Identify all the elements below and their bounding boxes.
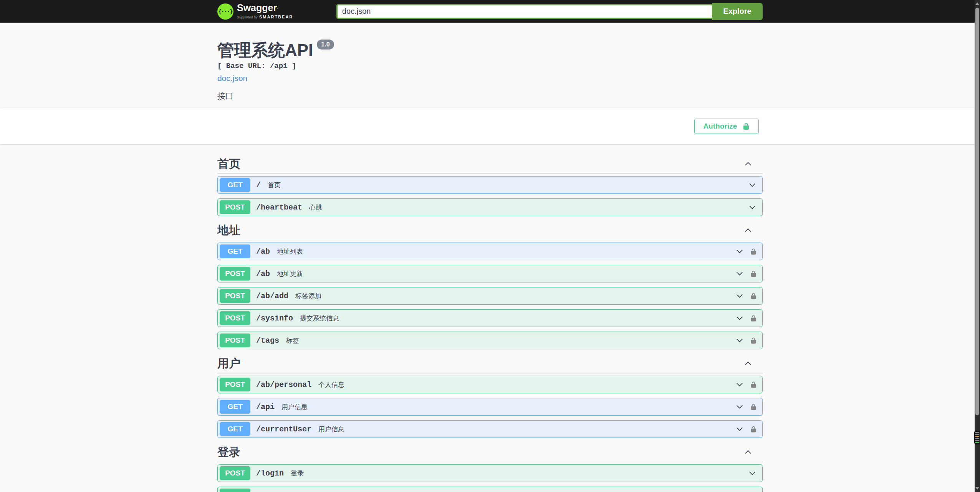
scroll-down-arrow-icon[interactable] — [975, 487, 979, 490]
padlock-button[interactable] — [750, 403, 757, 411]
endpoint-description: 首页 — [268, 181, 281, 190]
logo-smartbear-label: SMARTBEAR — [259, 15, 293, 19]
expand-operation-button[interactable] — [735, 336, 744, 345]
expand-operation-button[interactable] — [748, 469, 757, 478]
endpoint-row[interactable]: POST /login/outLogin 退出登录 — [217, 487, 763, 492]
method-badge: GET — [220, 422, 250, 436]
api-title: 管理系统API1.0 — [217, 41, 763, 59]
endpoint-row[interactable]: GET /ab 地址列表 — [217, 243, 763, 260]
method-badge: POST — [220, 466, 250, 480]
expand-operation-button[interactable] — [735, 402, 744, 411]
chevron-up-icon[interactable] — [743, 159, 753, 168]
scrollbar[interactable] — [975, 0, 980, 492]
endpoint-description: 地址列表 — [277, 247, 303, 256]
unlocked-padlock-icon — [750, 292, 757, 300]
expand-operation-button[interactable] — [735, 247, 744, 256]
tag-section: 用户 POST /ab/personal 个人信息 GET /api 用户 — [217, 354, 763, 438]
method-badge: GET — [220, 400, 250, 414]
scroll-up-arrow-icon[interactable] — [975, 2, 979, 5]
endpoint-row[interactable]: POST /ab/add 标签添加 — [217, 287, 763, 305]
chevron-down-icon — [735, 291, 744, 300]
endpoint-description: 标签添加 — [295, 292, 321, 300]
padlock-button[interactable] — [750, 425, 757, 433]
endpoint-description: 心跳 — [309, 203, 322, 212]
expand-operation-button[interactable] — [748, 180, 757, 190]
authorize-button[interactable]: Authorize — [694, 119, 759, 134]
endpoint-path: /ab/personal — [256, 380, 311, 389]
unlocked-padlock-icon — [750, 248, 757, 256]
endpoint-path: /login — [256, 469, 284, 478]
section-rows: GET / 首页 POST /heartbeat 心跳 — [217, 174, 763, 216]
expand-operation-button[interactable] — [748, 203, 757, 212]
section-header[interactable]: 用户 — [217, 354, 763, 373]
authorize-label: Authorize — [703, 122, 737, 130]
endpoint-description: 提交系统信息 — [300, 314, 339, 323]
chevron-down-icon — [735, 402, 744, 411]
logo-wordmark: Swagger — [237, 2, 277, 13]
padlock-button[interactable] — [750, 248, 757, 256]
chevron-down-icon — [735, 247, 744, 256]
logo-supported-by-label: Supported by — [237, 15, 258, 19]
endpoint-path: /api — [256, 403, 275, 411]
unlocked-padlock-icon — [742, 122, 750, 130]
method-badge: GET — [220, 244, 250, 258]
expand-operation-button[interactable] — [735, 291, 744, 300]
chevron-down-icon — [735, 336, 744, 345]
chevron-up-icon[interactable] — [743, 226, 753, 235]
endpoint-path: /currentUser — [256, 425, 311, 434]
section-header[interactable]: 登录 — [217, 442, 763, 462]
endpoint-row[interactable]: POST /login 登录 — [217, 464, 763, 482]
section-header[interactable]: 地址 — [217, 221, 763, 240]
chevron-up-icon[interactable] — [743, 359, 753, 368]
info-section: 管理系统API1.0 [ Base URL: /api ] doc.json 接… — [0, 23, 980, 108]
explore-button[interactable]: Explore — [712, 3, 763, 20]
expand-operation-button[interactable] — [735, 269, 744, 278]
padlock-button[interactable] — [750, 381, 757, 389]
section-title: 地址 — [217, 224, 240, 237]
chevron-down-icon — [748, 180, 757, 190]
endpoint-row[interactable]: POST /heartbeat 心跳 — [217, 198, 763, 216]
endpoint-row[interactable]: GET /currentUser 用户信息 — [217, 420, 763, 438]
expand-operation-button[interactable] — [735, 424, 744, 434]
endpoint-path: / — [256, 181, 261, 190]
method-badge: POST — [220, 289, 250, 303]
scrollbar-thumb[interactable] — [975, 8, 979, 415]
endpoint-row[interactable]: POST /ab 地址更新 — [217, 265, 763, 282]
swagger-logo[interactable]: {···} Swagger. Supported by SMARTBEAR — [217, 3, 293, 20]
chevron-down-icon — [735, 314, 744, 323]
expand-operation-button[interactable] — [735, 314, 744, 323]
endpoint-row[interactable]: GET / 首页 — [217, 176, 763, 194]
unlocked-padlock-icon — [750, 381, 757, 389]
method-badge: POST — [220, 334, 250, 347]
endpoint-row[interactable]: POST /sysinfo 提交系统信息 — [217, 309, 763, 327]
spec-url-form: Explore — [336, 3, 763, 20]
section-rows: POST /ab/personal 个人信息 GET /api 用户信息 — [217, 373, 763, 438]
padlock-button[interactable] — [750, 292, 757, 300]
chevron-up-icon[interactable] — [743, 447, 753, 457]
unlocked-padlock-icon — [750, 337, 757, 345]
base-url-label: [ Base URL: /api ] — [217, 62, 763, 70]
endpoint-description: 个人信息 — [318, 380, 344, 389]
expand-operation-button[interactable] — [735, 380, 744, 389]
method-badge: POST — [220, 200, 250, 214]
swagger-logo-glyph: {···} — [218, 8, 232, 15]
endpoint-description: 用户信息 — [281, 403, 308, 411]
padlock-button[interactable] — [750, 270, 757, 278]
section-header[interactable]: 首页 — [217, 154, 763, 174]
endpoint-path: /ab — [256, 269, 270, 278]
unlocked-padlock-icon — [750, 403, 757, 411]
endpoint-row[interactable]: GET /api 用户信息 — [217, 398, 763, 416]
padlock-button[interactable] — [750, 337, 757, 345]
padlock-button[interactable] — [750, 314, 757, 322]
section-rows: GET /ab 地址列表 POST /ab 地址更新 — [217, 240, 763, 349]
endpoint-description: 标签 — [286, 336, 299, 345]
endpoint-row[interactable]: POST /ab/personal 个人信息 — [217, 376, 763, 393]
spec-url-input[interactable] — [336, 4, 712, 19]
version-badge: 1.0 — [317, 40, 334, 50]
endpoint-row[interactable]: POST /tags 标签 — [217, 332, 763, 349]
topbar: {···} Swagger. Supported by SMARTBEAR Ex… — [0, 0, 980, 23]
chevron-down-icon — [748, 469, 757, 478]
api-description: 接口 — [217, 91, 763, 101]
spec-link[interactable]: doc.json — [217, 73, 247, 83]
endpoint-description: 地址更新 — [277, 269, 303, 278]
